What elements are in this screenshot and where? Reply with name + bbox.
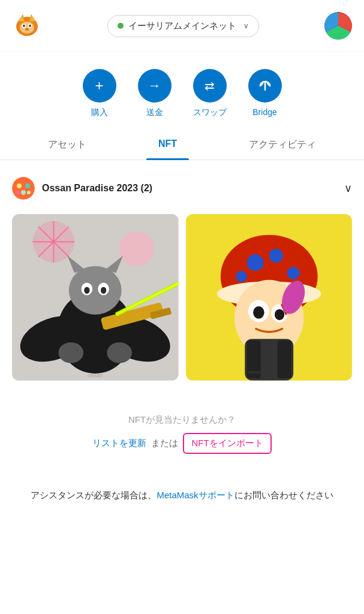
bridge-action[interactable]: Bridge [248, 69, 282, 118]
account-avatar[interactable] [324, 12, 352, 40]
svg-point-38 [101, 287, 106, 294]
tab-assets[interactable]: アセット [36, 130, 98, 159]
swap-action[interactable]: ⇄ スワップ [193, 69, 227, 118]
svg-rect-56 [277, 340, 291, 378]
tab-activity[interactable]: アクティビティ [237, 130, 328, 159]
support-text-before: アシスタンスが必要な場合は、 [31, 490, 157, 500]
tab-activity-label: アクティビティ [249, 139, 316, 149]
swap-icon: ⇄ [204, 79, 215, 93]
buy-action[interactable]: + 購入 [83, 69, 116, 118]
svg-text:ossan: ossan [248, 369, 261, 375]
svg-point-48 [246, 254, 263, 271]
nft-not-found-text: NFTが見当たりませんか？ [12, 414, 352, 426]
nft-import-button[interactable]: NFTをインポート [183, 433, 271, 454]
metamask-logo[interactable] [12, 10, 42, 42]
bridge-icon [258, 79, 272, 93]
svg-point-37 [84, 287, 89, 294]
network-selector[interactable]: イーサリアムメインネット ∨ [107, 15, 259, 37]
collection-left: Ossan Paradise 2023 (2) [12, 177, 152, 200]
svg-point-21 [27, 191, 31, 194]
svg-point-43 [58, 342, 83, 363]
chevron-down-icon: ∨ [243, 22, 249, 30]
support-link[interactable]: MetaMaskサポート [157, 490, 234, 500]
send-icon-circle: → [138, 69, 172, 103]
svg-point-18 [25, 183, 30, 188]
network-status-dot [118, 23, 124, 29]
bridge-label: Bridge [252, 107, 276, 117]
nft-grid: ossan [12, 214, 352, 381]
collection-chevron-icon: ∨ [344, 182, 352, 195]
nft-links: リストを更新 または NFTをインポート [12, 433, 352, 454]
collection-header[interactable]: Ossan Paradise 2023 (2) ∨ [12, 170, 352, 207]
buy-icon-circle: + [83, 69, 116, 103]
svg-point-19 [21, 190, 26, 195]
refresh-list-link[interactable]: リストを更新 [92, 438, 146, 449]
buy-label: 購入 [91, 107, 108, 118]
send-label: 送金 [146, 107, 163, 118]
svg-point-24 [119, 231, 154, 266]
send-action[interactable]: → 送金 [138, 69, 172, 118]
svg-point-44 [107, 342, 132, 363]
svg-point-60 [275, 309, 284, 320]
collection-name-label: Ossan Paradise 2023 (2) [42, 183, 152, 194]
tab-nft-label: NFT [158, 139, 177, 149]
separator-text: または [151, 438, 178, 449]
support-text-after: にお問い合わせください [234, 490, 333, 500]
svg-text:ossan: ossan [88, 372, 103, 378]
svg-point-49 [269, 249, 282, 263]
svg-point-50 [287, 267, 299, 279]
svg-point-20 [16, 191, 20, 194]
tab-assets-label: アセット [48, 139, 86, 149]
actions-row: + 購入 → 送金 ⇄ スワップ Bridge [0, 52, 364, 130]
nft-card-1[interactable]: ossan [12, 214, 179, 381]
swap-icon-circle: ⇄ [193, 69, 227, 103]
bridge-icon-circle [248, 69, 282, 103]
svg-point-17 [17, 183, 22, 188]
send-icon: → [148, 78, 161, 94]
tab-nft[interactable]: NFT [146, 130, 189, 159]
support-section: アシスタンスが必要な場合は、MetaMaskサポートにお問い合わせください [0, 463, 364, 515]
buy-icon: + [95, 77, 103, 94]
nft-content: Ossan Paradise 2023 (2) ∨ [0, 160, 364, 390]
nft-not-found-section: NFTが見当たりませんか？ リストを更新 または NFTをインポート [0, 390, 364, 463]
tabs-bar: アセット NFT アクティビティ [0, 130, 364, 160]
svg-point-8 [23, 25, 25, 27]
svg-point-59 [253, 306, 264, 319]
svg-point-51 [236, 271, 247, 282]
svg-point-16 [12, 177, 35, 200]
header: イーサリアムメインネット ∨ [0, 0, 364, 52]
network-name-label: イーサリアムメインネット [128, 20, 236, 32]
collection-avatar [12, 177, 35, 200]
nft-card-2[interactable]: ossan [186, 214, 353, 381]
svg-point-9 [29, 25, 31, 27]
swap-label: スワップ [193, 107, 227, 118]
svg-point-11 [26, 29, 28, 30]
svg-point-5 [20, 22, 34, 34]
svg-point-32 [69, 266, 122, 315]
